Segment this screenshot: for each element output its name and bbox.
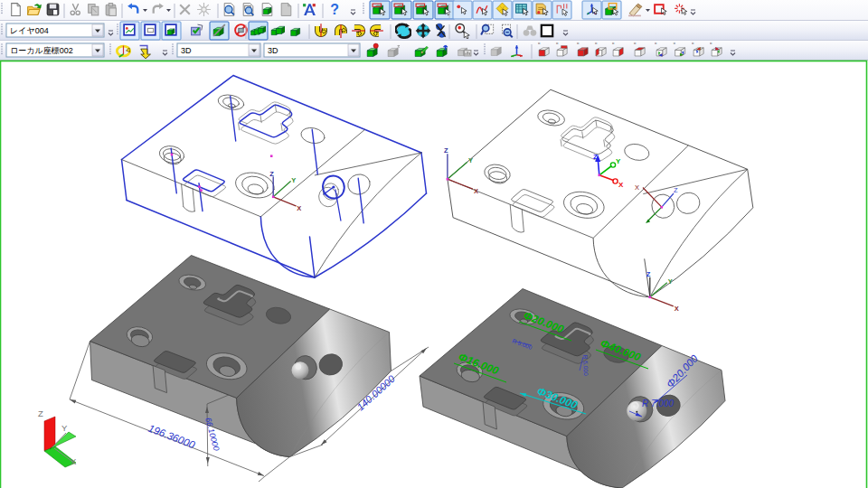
- svg-text:Z: Z: [674, 186, 678, 194]
- svg-text:Y: Y: [616, 157, 621, 165]
- svg-text:レイヤ004: レイヤ004: [10, 26, 49, 35]
- svg-text:Z: Z: [593, 153, 598, 161]
- svg-text:Z: Z: [38, 408, 43, 418]
- svg-text:X: X: [618, 181, 624, 189]
- svg-text:Z: Z: [646, 270, 651, 278]
- svg-text:Y: Y: [291, 176, 296, 184]
- svg-text:Z: Z: [269, 170, 274, 178]
- svg-text:R 5.000: R 5.000: [582, 355, 590, 376]
- svg-text:X: X: [675, 305, 679, 313]
- svg-text:Y: Y: [468, 156, 473, 164]
- svg-text:ローカル座標002: ローカル座標002: [10, 46, 73, 55]
- svg-text:X: X: [71, 456, 77, 466]
- svg-text:Z: Z: [444, 146, 448, 155]
- svg-text:X: X: [474, 187, 478, 195]
- svg-text:3D: 3D: [268, 46, 278, 55]
- svg-text:Y: Y: [668, 277, 673, 286]
- svg-text:Y: Y: [61, 423, 68, 433]
- svg-text:R 7.000: R 7.000: [642, 399, 674, 408]
- svg-text:X: X: [297, 204, 301, 212]
- svg-text:X: X: [635, 183, 639, 192]
- svg-text:3D: 3D: [181, 46, 192, 55]
